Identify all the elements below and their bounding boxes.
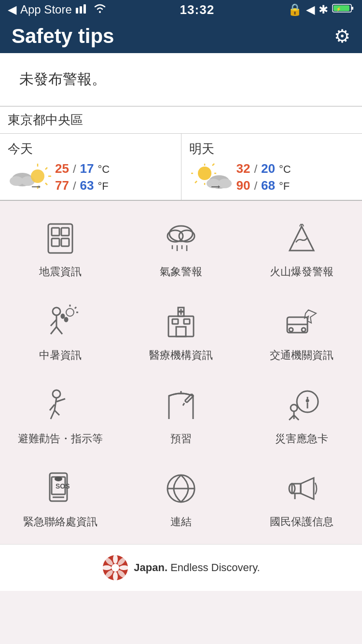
- link-label: 連結: [170, 515, 192, 530]
- menu-item-transport[interactable]: 交通機關資訊: [241, 289, 362, 373]
- footer: Japan. Endless Discovery.: [0, 544, 362, 591]
- tomorrow-label: 明天: [189, 140, 355, 157]
- menu-item-heatstroke[interactable]: 中暑資訊: [0, 289, 121, 373]
- svg-rect-57: [176, 327, 186, 336]
- svg-rect-0: [76, 8, 78, 14]
- menu-item-preparation[interactable]: 預習: [121, 373, 241, 456]
- menu-item-link[interactable]: 連結: [121, 456, 241, 539]
- today-low-f: 63: [80, 178, 94, 193]
- menu-item-emergency[interactable]: SOS 緊急聯絡處資訊: [0, 456, 121, 539]
- location-bar: 東京都中央區: [0, 106, 362, 134]
- tomorrow-weather-icon: [189, 163, 233, 192]
- menu-item-evacuation[interactable]: 避難勸告・指示等: [0, 373, 121, 456]
- svg-line-15: [45, 183, 47, 185]
- svg-line-71: [51, 410, 55, 419]
- japan-logo-icon: [102, 554, 129, 581]
- heatstroke-label: 中暑資訊: [39, 348, 82, 363]
- today-low-c: 17: [80, 161, 94, 176]
- svg-line-70: [50, 405, 55, 410]
- evacuation-icon: [41, 386, 80, 425]
- svg-point-50: [66, 308, 74, 316]
- svg-rect-61: [184, 319, 190, 324]
- alert-message: 未發布警報。: [19, 70, 106, 89]
- footer-logo: Japan. Endless Discovery.: [102, 554, 260, 581]
- menu-item-civil-protection[interactable]: 國民保護信息: [241, 456, 362, 539]
- svg-text:⚡: ⚡: [336, 6, 342, 12]
- menu-item-earthquake[interactable]: 地震資訊: [0, 206, 121, 289]
- weather-section: 今天 25 /: [0, 134, 362, 201]
- status-left: ◀ App Store: [8, 3, 107, 16]
- svg-point-84: [291, 405, 297, 411]
- evacuation-label: 避難勸告・指示等: [18, 432, 103, 447]
- title-normal: Safety: [12, 25, 72, 47]
- svg-point-19: [198, 167, 211, 180]
- today-high-c: 25: [55, 161, 69, 176]
- svg-point-102: [119, 565, 129, 570]
- svg-rect-2: [84, 4, 86, 14]
- today-unit-f: °F: [98, 180, 109, 193]
- svg-line-77: [185, 401, 187, 403]
- menu-item-volcano[interactable]: 火山爆發警報: [241, 206, 362, 289]
- civil-protection-label: 國民保護信息: [270, 515, 334, 530]
- weather-alert-label: 氣象警報: [160, 265, 202, 280]
- status-bar: ◀ App Store 13:32 🔒 ◀ ✱: [0, 0, 362, 19]
- svg-line-25: [195, 181, 197, 183]
- today-temps: 25 / 17 °C 77 / 63 °F: [55, 161, 110, 193]
- app-header: Safety tips ⚙: [0, 19, 362, 53]
- svg-point-98: [111, 564, 119, 572]
- svg-point-3: [99, 11, 101, 13]
- svg-point-55: [65, 318, 68, 322]
- settings-button[interactable]: ⚙: [334, 26, 350, 47]
- svg-point-54: [61, 314, 64, 318]
- svg-rect-34: [61, 228, 69, 236]
- preparation-icon: [162, 386, 200, 425]
- menu-item-weather[interactable]: 氣象警報: [121, 206, 241, 289]
- svg-line-79: [183, 403, 184, 406]
- status-right: 🔒 ◀ ✱ ⚡: [288, 3, 354, 16]
- svg-line-21: [212, 164, 214, 166]
- menu-grid: 地震資訊 氣象警報 火山爆發警報: [0, 201, 362, 544]
- weather-alert-icon: [162, 219, 200, 258]
- alert-banner: 未發布警報。: [0, 53, 362, 106]
- svg-rect-1: [80, 6, 82, 14]
- earthquake-icon: [41, 219, 80, 258]
- hospital-label: 醫療機構資訊: [149, 348, 213, 363]
- svg-line-69: [55, 398, 56, 410]
- lock-icon: 🔒: [288, 3, 302, 16]
- svg-point-67: [302, 328, 306, 332]
- transport-label: 交通機關資訊: [270, 348, 334, 363]
- link-icon: [162, 469, 200, 508]
- menu-item-hospital[interactable]: 醫療機構資訊: [121, 289, 241, 373]
- tomorrow-low-f: 68: [261, 178, 275, 193]
- wifi-icon: [93, 3, 107, 16]
- status-time: 13:32: [180, 2, 215, 17]
- weather-tomorrow: 明天 32: [181, 134, 362, 200]
- svg-point-29: [218, 179, 232, 188]
- footer-text: Japan. Endless Discovery.: [134, 561, 260, 574]
- svg-line-47: [51, 320, 56, 326]
- svg-line-48: [51, 327, 56, 334]
- svg-point-100: [113, 572, 118, 581]
- svg-line-49: [56, 327, 62, 334]
- svg-marker-18: [39, 185, 41, 188]
- weather-today: 今天 25 /: [0, 134, 181, 200]
- svg-point-99: [113, 554, 118, 564]
- civil-protection-icon: [282, 469, 321, 508]
- location-name: 東京都中央區: [8, 112, 83, 127]
- bluetooth-icon: ✱: [319, 3, 328, 16]
- heatstroke-icon: [41, 303, 80, 341]
- svg-point-66: [289, 328, 293, 332]
- back-icon: ◀: [8, 3, 16, 16]
- footer-logo-text: Japan.: [134, 561, 167, 574]
- footer-tagline: Endless Discovery.: [170, 561, 260, 574]
- svg-rect-5: [351, 7, 353, 10]
- tomorrow-temps: 32 / 20 °C 90 / 68 °F: [237, 161, 291, 193]
- svg-marker-44: [290, 226, 314, 251]
- signal-icon: [76, 3, 89, 16]
- title-bold: tips: [78, 25, 114, 47]
- svg-line-52: [75, 307, 76, 308]
- svg-text:SOS: SOS: [56, 482, 70, 490]
- tomorrow-high-f: 90: [237, 178, 251, 193]
- menu-item-disaster-card[interactable]: 災害應急卡: [241, 373, 362, 456]
- svg-line-73: [56, 399, 65, 402]
